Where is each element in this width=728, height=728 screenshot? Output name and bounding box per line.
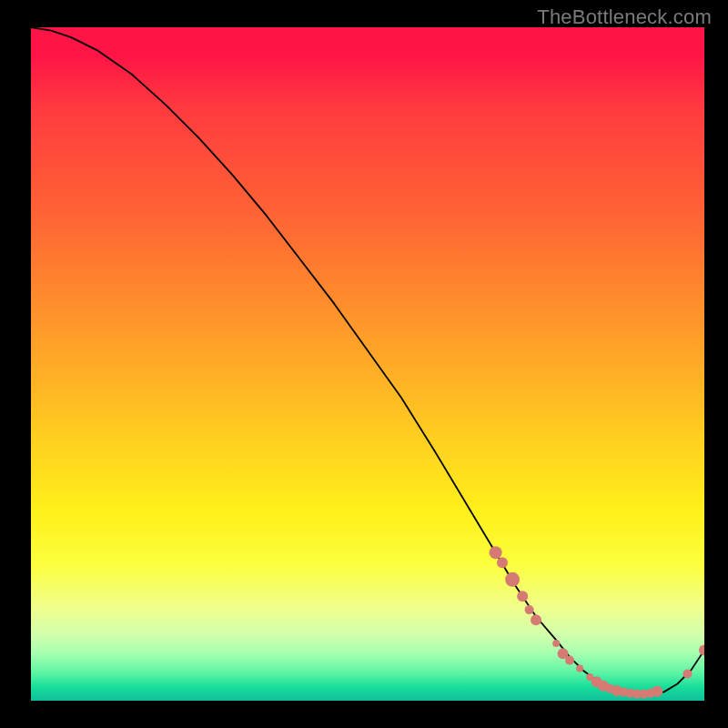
data-point xyxy=(490,546,502,559)
data-point xyxy=(565,656,574,665)
data-point xyxy=(576,664,583,672)
data-point xyxy=(552,640,560,647)
chart-svg xyxy=(31,27,704,701)
data-point xyxy=(505,572,520,587)
data-point xyxy=(531,614,541,625)
data-point xyxy=(517,591,528,602)
data-point xyxy=(699,645,704,656)
data-point xyxy=(652,686,662,697)
bottleneck-curve xyxy=(31,27,704,694)
data-point xyxy=(525,605,534,614)
watermark-text: TheBottleneck.com xyxy=(537,5,712,29)
chart-stage: TheBottleneck.com xyxy=(0,0,728,728)
data-point xyxy=(497,557,508,568)
data-markers xyxy=(490,546,704,698)
data-point xyxy=(683,669,693,678)
plot-area xyxy=(31,27,704,701)
